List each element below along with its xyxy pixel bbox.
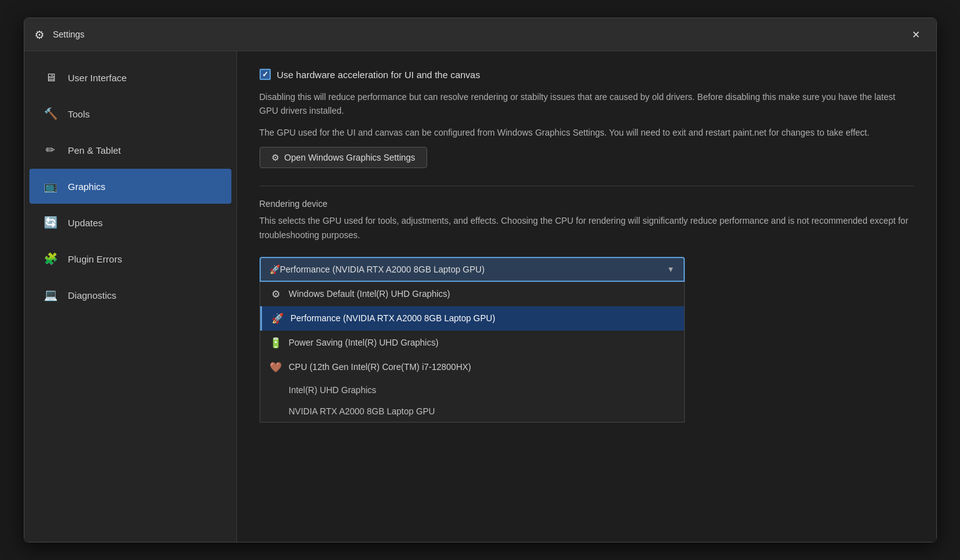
dropdown-selected-label: Performance (NVIDIA RTX A2000 8GB Laptop…	[280, 264, 485, 274]
dropdown-arrow-icon: ▼	[667, 265, 675, 274]
dropdown-list: ⚙ Windows Default (Intel(R) UHD Graphics…	[260, 282, 685, 422]
nvidia-rtx-label: NVIDIA RTX A2000 8GB Laptop GPU	[289, 406, 435, 416]
selected-option-icon: 🚀	[270, 264, 280, 274]
windows-default-icon: ⚙	[269, 288, 283, 300]
rendering-device-title: Rendering device	[260, 199, 914, 209]
sidebar-label-tools: Tools	[68, 109, 90, 119]
sidebar-item-updates[interactable]: 🔄 Updates	[29, 205, 231, 240]
sidebar-label-user-interface: User Interface	[68, 72, 127, 83]
hw-acceleration-desc2: The GPU used for the UI and canvas can b…	[260, 126, 914, 139]
power-saving-icon: 🔋	[269, 337, 283, 349]
main-content: Use hardware acceleration for UI and the…	[237, 51, 936, 542]
settings-btn-label: Open Windows Graphics Settings	[285, 152, 415, 162]
settings-window: ⚙ Settings ✕ 🖥 User Interface 🔨 Tools ✏ …	[24, 18, 937, 542]
updates-icon: 🔄	[42, 214, 59, 231]
settings-btn-icon: ⚙	[271, 152, 280, 162]
sidebar-label-updates: Updates	[68, 218, 103, 228]
performance-nvidia-label: Performance (NVIDIA RTX A2000 8GB Laptop…	[291, 313, 495, 323]
section-divider	[260, 186, 914, 186]
sidebar-label-plugin-errors: Plugin Errors	[68, 254, 123, 264]
dropdown-option-cpu[interactable]: 🤎 CPU (12th Gen Intel(R) Core(TM) i7-128…	[260, 355, 684, 379]
diagnostics-icon: 💻	[42, 286, 59, 304]
sidebar-label-graphics: Graphics	[68, 181, 106, 192]
close-button[interactable]: ✕	[906, 24, 926, 44]
rendering-device-description: This selects the GPU used for tools, adj…	[260, 214, 914, 242]
dropdown-option-windows-default[interactable]: ⚙ Windows Default (Intel(R) UHD Graphics…	[260, 282, 684, 306]
window-icon: ⚙	[34, 28, 47, 41]
dropdown-option-nvidia-rtx[interactable]: NVIDIA RTX A2000 8GB Laptop GPU	[260, 401, 684, 422]
open-graphics-settings-button[interactable]: ⚙ Open Windows Graphics Settings	[260, 147, 427, 168]
sidebar-label-pen-tablet: Pen & Tablet	[68, 145, 121, 156]
pen-tablet-icon: ✏	[42, 141, 59, 159]
sidebar-label-diagnostics: Diagnostics	[68, 290, 117, 301]
sidebar-item-pen-tablet[interactable]: ✏ Pen & Tablet	[29, 132, 231, 168]
hw-acceleration-desc1: Disabling this will reduce performance b…	[260, 90, 914, 118]
rendering-device-dropdown[interactable]: 🚀 Performance (NVIDIA RTX A2000 8GB Lapt…	[260, 257, 685, 282]
dropdown-option-performance-nvidia[interactable]: 🚀 Performance (NVIDIA RTX A2000 8GB Lapt…	[260, 306, 684, 331]
user-interface-icon: 🖥	[42, 69, 59, 86]
power-saving-label: Power Saving (Intel(R) UHD Graphics)	[289, 338, 439, 348]
sidebar-item-graphics[interactable]: 📺 Graphics	[29, 169, 231, 204]
graphics-icon: 📺	[42, 178, 59, 195]
dropdown-option-intel-uhd[interactable]: Intel(R) UHD Graphics	[260, 379, 684, 401]
hw-acceleration-row: Use hardware acceleration for UI and the…	[260, 69, 914, 80]
cpu-icon: 🤎	[269, 361, 283, 373]
cpu-label: CPU (12th Gen Intel(R) Core(TM) i7-12800…	[289, 362, 472, 372]
sidebar: 🖥 User Interface 🔨 Tools ✏ Pen & Tablet …	[24, 51, 237, 542]
content-area: 🖥 User Interface 🔨 Tools ✏ Pen & Tablet …	[24, 51, 936, 542]
hw-acceleration-checkbox[interactable]	[260, 69, 271, 80]
title-bar: ⚙ Settings ✕	[24, 18, 936, 51]
tools-icon: 🔨	[42, 105, 59, 122]
hw-acceleration-label: Use hardware acceleration for UI and the…	[277, 69, 480, 80]
performance-nvidia-icon: 🚀	[271, 312, 285, 324]
sidebar-item-diagnostics[interactable]: 💻 Diagnostics	[29, 278, 231, 312]
windows-default-label: Windows Default (Intel(R) UHD Graphics)	[289, 289, 450, 299]
sidebar-item-tools[interactable]: 🔨 Tools	[29, 96, 231, 131]
dropdown-selected[interactable]: 🚀 Performance (NVIDIA RTX A2000 8GB Lapt…	[260, 257, 685, 282]
window-title: Settings	[53, 29, 906, 39]
plugin-errors-icon: 🧩	[42, 250, 59, 268]
sidebar-item-user-interface[interactable]: 🖥 User Interface	[29, 60, 231, 95]
sidebar-item-plugin-errors[interactable]: 🧩 Plugin Errors	[29, 241, 231, 276]
dropdown-option-power-saving[interactable]: 🔋 Power Saving (Intel(R) UHD Graphics)	[260, 331, 684, 355]
intel-uhd-label: Intel(R) UHD Graphics	[289, 385, 376, 395]
